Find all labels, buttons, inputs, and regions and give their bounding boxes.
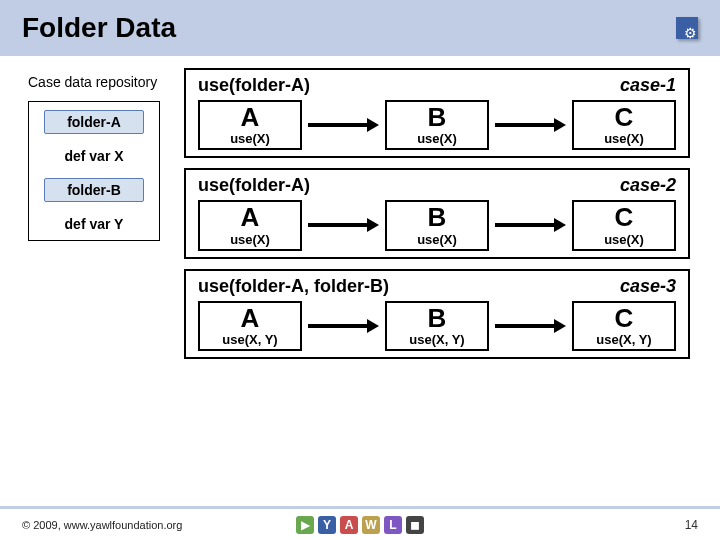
repo-item-folder: folder-B xyxy=(44,178,144,202)
task-sub: use(X, Y) xyxy=(387,332,487,347)
play-icon: ▶ xyxy=(296,516,314,534)
case-id: case-3 xyxy=(620,276,676,297)
flow: A use(X) B use(X) C use(X) xyxy=(198,200,676,250)
task-letter: A xyxy=(200,104,300,131)
slide-header: Folder Data xyxy=(0,0,720,56)
task-node: A use(X) xyxy=(198,100,302,150)
flow: A use(X, Y) B use(X, Y) C use(X, Y) xyxy=(198,301,676,351)
case-box: use(folder-A, folder-B) case-3 A use(X, … xyxy=(184,269,690,359)
case-id: case-1 xyxy=(620,75,676,96)
task-sub: use(X) xyxy=(387,131,487,146)
repository-label: Case data repository xyxy=(28,74,166,91)
task-sub: use(X) xyxy=(200,131,300,146)
case-use-label: use(folder-A) xyxy=(198,175,310,196)
task-node: C use(X) xyxy=(572,100,676,150)
repo-item-var: def var Y xyxy=(65,216,124,232)
task-letter: C xyxy=(574,204,674,231)
case-id: case-2 xyxy=(620,175,676,196)
arrow-icon xyxy=(495,220,566,230)
repo-item-folder: folder-A xyxy=(44,110,144,134)
logo-letter: Y xyxy=(318,516,336,534)
repository-panel: Case data repository folder-A def var X … xyxy=(28,74,166,241)
stop-icon: ◼ xyxy=(406,516,424,534)
slide-title: Folder Data xyxy=(22,12,176,44)
repository-box: folder-A def var X folder-B def var Y xyxy=(28,101,160,241)
logo-letter: A xyxy=(340,516,358,534)
case-header: use(folder-A, folder-B) case-3 xyxy=(198,276,676,297)
task-node: C use(X) xyxy=(572,200,676,250)
logo-letter: L xyxy=(384,516,402,534)
task-sub: use(X) xyxy=(200,232,300,247)
task-sub: use(X, Y) xyxy=(574,332,674,347)
case-box: use(folder-A) case-1 A use(X) B use(X) C… xyxy=(184,68,690,158)
task-letter: B xyxy=(387,104,487,131)
task-letter: A xyxy=(200,305,300,332)
arrow-icon xyxy=(495,321,566,331)
task-letter: B xyxy=(387,204,487,231)
repo-item-var: def var X xyxy=(64,148,123,164)
yawl-logo-icon xyxy=(676,17,698,39)
slide-body: Case data repository folder-A def var X … xyxy=(0,56,720,486)
logo-letter: W xyxy=(362,516,380,534)
footer-logo: ▶ Y A W L ◼ xyxy=(296,516,424,534)
arrow-icon xyxy=(308,120,379,130)
task-letter: A xyxy=(200,204,300,231)
copyright-text: © 2009, www.yawlfoundation.org xyxy=(22,519,182,531)
case-header: use(folder-A) case-1 xyxy=(198,75,676,96)
task-node: B use(X, Y) xyxy=(385,301,489,351)
flow: A use(X) B use(X) C use(X) xyxy=(198,100,676,150)
task-node: B use(X) xyxy=(385,100,489,150)
task-node: A use(X, Y) xyxy=(198,301,302,351)
task-letter: C xyxy=(574,104,674,131)
case-use-label: use(folder-A) xyxy=(198,75,310,96)
arrow-icon xyxy=(495,120,566,130)
cases-column: use(folder-A) case-1 A use(X) B use(X) C… xyxy=(184,68,690,359)
task-sub: use(X) xyxy=(574,232,674,247)
task-letter: C xyxy=(574,305,674,332)
task-sub: use(X, Y) xyxy=(200,332,300,347)
task-node: C use(X, Y) xyxy=(572,301,676,351)
case-box: use(folder-A) case-2 A use(X) B use(X) C… xyxy=(184,168,690,258)
case-header: use(folder-A) case-2 xyxy=(198,175,676,196)
slide-footer: © 2009, www.yawlfoundation.org ▶ Y A W L… xyxy=(0,506,720,540)
arrow-icon xyxy=(308,220,379,230)
task-sub: use(X) xyxy=(574,131,674,146)
case-use-label: use(folder-A, folder-B) xyxy=(198,276,389,297)
task-sub: use(X) xyxy=(387,232,487,247)
page-number: 14 xyxy=(685,518,698,532)
arrow-icon xyxy=(308,321,379,331)
task-node: B use(X) xyxy=(385,200,489,250)
task-node: A use(X) xyxy=(198,200,302,250)
task-letter: B xyxy=(387,305,487,332)
